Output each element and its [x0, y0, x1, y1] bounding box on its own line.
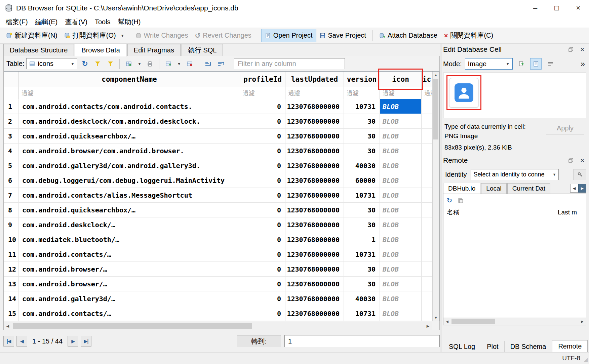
- save-table-button[interactable]: [123, 58, 134, 69]
- clear-filters-button[interactable]: [105, 58, 116, 69]
- cell-icon[interactable]: BLOB: [380, 203, 422, 217]
- dock-tab-remote[interactable]: Remote: [552, 340, 588, 352]
- dock-splitter[interactable]: [440, 44, 442, 352]
- cell-lastUpdated[interactable]: 1230768000000: [285, 232, 344, 247]
- cell-extra[interactable]: [422, 144, 432, 158]
- cell-lastUpdated[interactable]: 1230768000000: [285, 173, 344, 188]
- cell-componentName[interactable]: com.android.contacts/…: [19, 247, 240, 261]
- cell-version[interactable]: 10731: [344, 306, 380, 321]
- cell-extra[interactable]: [422, 291, 432, 306]
- cell-profileId[interactable]: 0: [240, 217, 285, 232]
- cell-extra[interactable]: [422, 114, 432, 128]
- cell-profileId[interactable]: 0: [240, 144, 285, 158]
- filter-input-profileId[interactable]: 過濾: [240, 87, 285, 99]
- identity-dropdown[interactable]: Select an identity to conne ▼: [471, 169, 559, 180]
- row-number[interactable]: 5: [4, 158, 19, 173]
- cell-icon[interactable]: BLOB: [380, 173, 422, 188]
- cell-version[interactable]: 60000: [344, 173, 380, 188]
- float-panel-icon[interactable]: [567, 45, 575, 53]
- filter-input-partial[interactable]: 過濾: [422, 87, 432, 99]
- cell-version[interactable]: 30: [344, 262, 380, 276]
- cell-profileId[interactable]: 0: [240, 129, 285, 143]
- cell-componentName[interactable]: com.android.contacts/…: [19, 306, 240, 321]
- goto-button[interactable]: 轉到:: [237, 335, 281, 347]
- cell-version[interactable]: 10731: [344, 99, 380, 114]
- cell-version[interactable]: 40030: [344, 291, 380, 306]
- cell-profileId[interactable]: 0: [240, 277, 285, 291]
- column-header-icon[interactable]: icon: [380, 72, 422, 87]
- cell-extra[interactable]: [422, 262, 432, 276]
- cell-lastUpdated[interactable]: 1230768000000: [285, 144, 344, 158]
- vertical-scrollbar-thumb[interactable]: [433, 79, 438, 139]
- sort-descending-button[interactable]: [215, 58, 226, 69]
- open-database-dropdown-caret-icon[interactable]: ▼: [119, 32, 126, 39]
- cell-componentName[interactable]: com.android.quicksearchbox/…: [19, 129, 240, 143]
- cell-icon[interactable]: BLOB: [380, 144, 422, 158]
- remote-tab-current[interactable]: Current Dat: [507, 183, 550, 194]
- import-data-button[interactable]: [516, 58, 527, 70]
- open-project-button[interactable]: Open Project: [261, 29, 316, 42]
- filter-button[interactable]: [92, 58, 103, 69]
- cell-version[interactable]: 30: [344, 277, 380, 291]
- cell-icon[interactable]: BLOB: [380, 217, 422, 232]
- filter-any-column-input[interactable]: [234, 58, 345, 69]
- cell-icon[interactable]: BLOB: [380, 306, 422, 321]
- cell-componentName[interactable]: com.android.quicksearchbox/…: [19, 203, 240, 217]
- sort-ascending-button[interactable]: [203, 58, 213, 69]
- row-number[interactable]: 15: [4, 306, 19, 321]
- save-project-button[interactable]: Save Project: [316, 29, 369, 42]
- filter-input-componentName[interactable]: 過濾: [19, 87, 240, 99]
- row-number[interactable]: 8: [4, 203, 19, 217]
- menu-view[interactable]: 查看(V): [61, 16, 91, 28]
- cell-componentName[interactable]: com.mediatek.bluetooth/…: [19, 232, 240, 247]
- cell-icon[interactable]: BLOB: [380, 262, 422, 276]
- filter-input-icon[interactable]: 過濾: [380, 87, 422, 99]
- row-number[interactable]: 14: [4, 291, 19, 306]
- row-number[interactable]: 13: [4, 277, 19, 291]
- row-number[interactable]: 6: [4, 173, 19, 188]
- cell-componentName[interactable]: com.android.browser/…: [19, 262, 240, 276]
- mode-dropdown[interactable]: Image ▼: [465, 58, 513, 70]
- remote-refresh-icon[interactable]: ↻: [447, 197, 452, 204]
- corner-header[interactable]: [4, 72, 19, 87]
- insert-record-caret-icon[interactable]: ▼: [176, 60, 182, 67]
- row-number[interactable]: 9: [4, 217, 19, 232]
- refresh-button[interactable]: ↻: [79, 58, 90, 69]
- cell-icon[interactable]: BLOB: [380, 158, 422, 173]
- goto-record-input[interactable]: [284, 335, 440, 347]
- cell-icon[interactable]: BLOB: [380, 129, 422, 143]
- next-record-button[interactable]: ▶: [68, 336, 78, 347]
- row-number[interactable]: 1: [4, 99, 19, 114]
- menu-tools[interactable]: Tools: [91, 17, 114, 27]
- cell-extra[interactable]: [422, 277, 432, 291]
- apply-button[interactable]: Apply: [546, 122, 584, 134]
- cell-version[interactable]: 30: [344, 217, 380, 232]
- table-selector-dropdown[interactable]: icons ▼: [26, 58, 77, 69]
- cell-profileId[interactable]: 0: [240, 203, 285, 217]
- cell-profileId[interactable]: 0: [240, 247, 285, 261]
- cell-extra[interactable]: [422, 203, 432, 217]
- cell-extra[interactable]: [422, 232, 432, 247]
- cell-version[interactable]: 30: [344, 114, 380, 128]
- scroll-left-icon[interactable]: ◀: [443, 318, 451, 325]
- menu-help[interactable]: 幫助(H): [114, 16, 145, 28]
- print-button[interactable]: [145, 58, 155, 69]
- cell-icon[interactable]: BLOB: [380, 114, 422, 128]
- cell-extra[interactable]: [422, 188, 432, 202]
- cell-icon[interactable]: BLOB: [380, 188, 422, 202]
- cell-version[interactable]: 40030: [344, 158, 380, 173]
- tab-execute-sql[interactable]: 執行 SQL: [182, 44, 223, 56]
- cell-icon[interactable]: BLOB: [380, 99, 422, 114]
- column-header-componentName[interactable]: componentName: [19, 72, 240, 87]
- cell-lastUpdated[interactable]: 1230768000000: [285, 247, 344, 261]
- remote-tab-local[interactable]: Local: [481, 183, 506, 194]
- save-table-caret-icon[interactable]: ▼: [136, 60, 143, 67]
- cell-componentName[interactable]: com.android.gallery3d/…: [19, 291, 240, 306]
- cell-profileId[interactable]: 0: [240, 291, 285, 306]
- last-record-button[interactable]: ▶|: [81, 336, 91, 347]
- scroll-right-icon[interactable]: ▶: [579, 318, 586, 325]
- cell-icon[interactable]: BLOB: [380, 291, 422, 306]
- close-database-button[interactable]: × 關閉資料庫(C): [441, 29, 497, 42]
- cell-lastUpdated[interactable]: 1230768000000: [285, 188, 344, 202]
- cell-componentName[interactable]: com.android.contacts/alias.MessageShortc…: [19, 188, 240, 202]
